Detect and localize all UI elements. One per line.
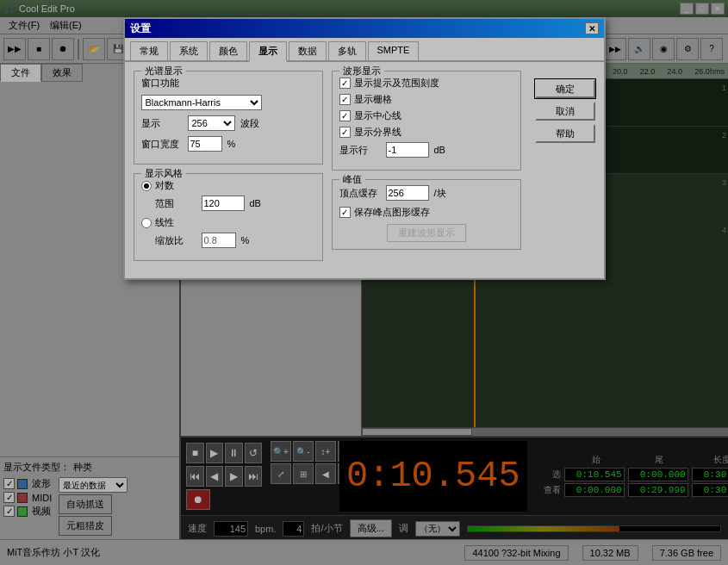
row-label: 显示行 [339, 144, 383, 157]
tab-display[interactable]: 显示 [249, 41, 287, 62]
cb4-row: 显示分界线 [339, 126, 513, 139]
cb2-row: 显示栅格 [339, 93, 513, 106]
log-radio[interactable] [141, 181, 152, 191]
peak-group: 峰值 顶点缓存 /块 保存峰点图形缓存 重建波形显示 [332, 179, 521, 250]
rebuild-row: 重建波形显示 [339, 224, 513, 242]
linear-radio-row: 线性 [141, 216, 315, 229]
linear-label: 线性 [155, 216, 174, 229]
range-unit: dB [250, 198, 261, 208]
log-label: 对数 [155, 179, 174, 192]
dialog-left-col: 光谱显示 窗口功能 Blackmann-Harris 显示 [134, 71, 323, 270]
spectrum-title: 光谱显示 [141, 65, 186, 78]
waveform-group: 波形显示 显示提示及范围刻度 显示栅格 显示中心线 [332, 71, 521, 171]
peak-title: 峰值 [339, 173, 365, 186]
display-select[interactable]: 256 [188, 115, 235, 131]
width-label: 窗口宽度 [141, 138, 184, 151]
app-window: 🎵 Cool Edit Pro _ □ ✕ 文件(F) 编辑(E) ▶▶ ■ ⏺… [0, 0, 728, 565]
help-button[interactable]: 帮助 [535, 124, 595, 143]
dialog-title: 设置 [130, 22, 151, 36]
row-unit: dB [434, 145, 445, 155]
dialog-content: 光谱显示 窗口功能 Blackmann-Harris 显示 [125, 62, 604, 278]
tab-color[interactable]: 颜色 [209, 41, 247, 60]
range-row: 范围 dB [155, 196, 315, 211]
cb-hints[interactable] [339, 78, 351, 89]
tab-data[interactable]: 数据 [289, 41, 327, 60]
cb2-label: 显示栅格 [354, 93, 392, 106]
dialog-overlay: 设置 ✕ 常规 系统 颜色 显示 数据 多轨 SMPTE 光谱显示 [0, 0, 728, 565]
rebuild-btn[interactable]: 重建波形显示 [387, 224, 466, 242]
window-func-select[interactable]: Blackmann-Harris [141, 95, 262, 110]
cache-label: 顶点缓存 [339, 187, 383, 200]
tab-general[interactable]: 常规 [130, 41, 168, 60]
display-label: 显示 [141, 117, 184, 130]
cb3-row: 显示中心线 [339, 109, 513, 122]
width-input[interactable] [188, 136, 222, 152]
cb-boundary[interactable] [339, 127, 351, 138]
row-label-row: 显示行 dB [339, 142, 513, 158]
ok-button[interactable]: 确定 [535, 79, 595, 98]
window-func-select-row: Blackmann-Harris [141, 95, 315, 110]
display-row: 显示 256 波段 [141, 115, 315, 131]
settings-dialog: 设置 ✕ 常规 系统 颜色 显示 数据 多轨 SMPTE 光谱显示 [123, 17, 606, 280]
tab-smpte[interactable]: SMPTE [368, 41, 420, 60]
spectrum-group: 光谱显示 窗口功能 Blackmann-Harris 显示 [134, 71, 323, 165]
width-unit: % [227, 139, 236, 149]
save-label: 保存峰点图形缓存 [354, 206, 430, 219]
zoom-row: 缩放比 % [155, 233, 315, 248]
range-input[interactable] [202, 196, 245, 211]
linear-radio[interactable] [141, 218, 152, 228]
display-unit: 波段 [240, 117, 259, 130]
width-row: 窗口宽度 % [141, 136, 315, 152]
cb3-label: 显示中心线 [354, 109, 401, 122]
dialog-tabs: 常规 系统 颜色 显示 数据 多轨 SMPTE [125, 38, 604, 62]
log-radio-row: 对数 [141, 179, 315, 192]
zoom-label: 缩放比 [155, 234, 198, 247]
display-style-title: 显示风格 [141, 167, 186, 180]
dialog-close-btn[interactable]: ✕ [585, 22, 599, 34]
waveform-title: 波形显示 [339, 65, 384, 78]
window-func-row: 窗口功能 [141, 77, 315, 90]
zoom-unit: % [241, 235, 250, 245]
cb-center[interactable] [339, 110, 351, 121]
tab-multitrack[interactable]: 多轨 [328, 41, 366, 60]
tab-system[interactable]: 系统 [170, 41, 208, 60]
display-style-group: 显示风格 对数 范围 dB 线性 [134, 173, 323, 261]
cb1-label: 显示提示及范围刻度 [354, 77, 439, 90]
cb1-row: 显示提示及范围刻度 [339, 77, 513, 90]
save-cb-row: 保存峰点图形缓存 [339, 206, 513, 219]
cancel-button[interactable]: 取消 [535, 102, 595, 121]
dialog-title-bar: 设置 ✕ [125, 19, 604, 38]
cache-row: 顶点缓存 /块 [339, 185, 513, 201]
window-func-label: 窗口功能 [141, 77, 184, 90]
zoom-input[interactable] [202, 233, 236, 248]
cache-unit: /块 [434, 187, 446, 200]
cb-grid[interactable] [339, 94, 351, 105]
row-input[interactable] [386, 142, 429, 158]
cache-input[interactable] [386, 185, 429, 201]
cb4-label: 显示分界线 [354, 126, 401, 139]
range-label: 范围 [155, 197, 198, 210]
dialog-action-buttons: 确定 取消 帮助 [530, 71, 595, 270]
dialog-right-col: 波形显示 显示提示及范围刻度 显示栅格 显示中心线 [332, 71, 521, 270]
cb-save-peak[interactable] [339, 207, 351, 218]
